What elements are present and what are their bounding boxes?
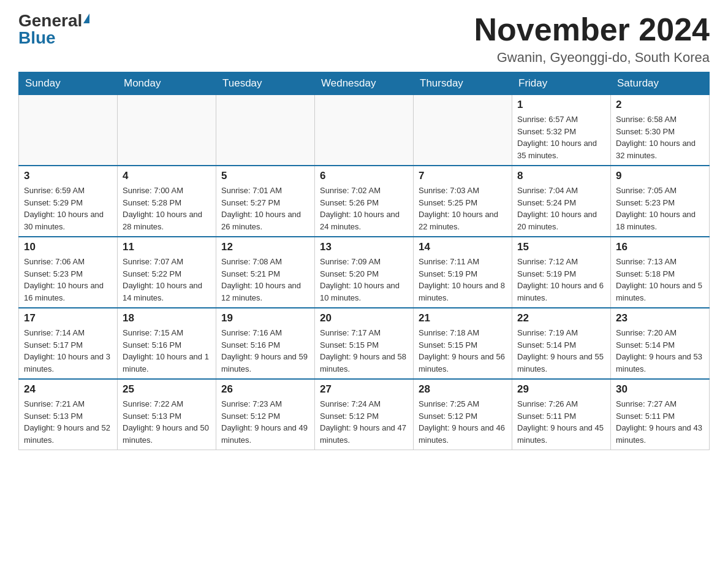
calendar-cell: 25Sunrise: 7:22 AMSunset: 5:13 PMDayligh… xyxy=(118,379,216,450)
day-info: Sunrise: 7:12 AMSunset: 5:19 PMDaylight:… xyxy=(517,256,605,304)
day-number: 9 xyxy=(616,170,704,182)
day-info: Sunrise: 7:05 AMSunset: 5:23 PMDaylight:… xyxy=(616,185,704,232)
calendar-cell: 14Sunrise: 7:11 AMSunset: 5:19 PMDayligh… xyxy=(414,237,512,308)
day-info: Sunrise: 7:01 AMSunset: 5:27 PMDaylight:… xyxy=(221,185,309,232)
calendar-cell: 1Sunrise: 6:57 AMSunset: 5:32 PMDaylight… xyxy=(512,95,611,166)
calendar-week-row: 24Sunrise: 7:21 AMSunset: 5:13 PMDayligh… xyxy=(19,379,710,450)
calendar-table: SundayMondayTuesdayWednesdayThursdayFrid… xyxy=(18,72,710,450)
calendar-cell: 10Sunrise: 7:06 AMSunset: 5:23 PMDayligh… xyxy=(19,237,118,308)
day-number: 23 xyxy=(616,312,704,324)
day-info: Sunrise: 7:17 AMSunset: 5:15 PMDaylight:… xyxy=(320,327,408,375)
day-number: 10 xyxy=(24,241,112,253)
day-number: 25 xyxy=(123,383,211,396)
calendar-cell: 23Sunrise: 7:20 AMSunset: 5:14 PMDayligh… xyxy=(611,308,710,379)
weekday-header-wednesday: Wednesday xyxy=(315,72,414,95)
day-info: Sunrise: 7:23 AMSunset: 5:12 PMDaylight:… xyxy=(221,398,309,446)
location-title: Gwanin, Gyeonggi-do, South Korea xyxy=(474,50,710,66)
calendar-cell: 29Sunrise: 7:26 AMSunset: 5:11 PMDayligh… xyxy=(512,379,611,450)
calendar-cell: 2Sunrise: 6:58 AMSunset: 5:30 PMDaylight… xyxy=(611,95,710,166)
day-number: 29 xyxy=(517,383,605,396)
day-info: Sunrise: 7:27 AMSunset: 5:11 PMDaylight:… xyxy=(616,398,704,446)
day-number: 4 xyxy=(123,170,211,182)
day-info: Sunrise: 7:00 AMSunset: 5:28 PMDaylight:… xyxy=(123,185,211,232)
calendar-cell: 17Sunrise: 7:14 AMSunset: 5:17 PMDayligh… xyxy=(19,308,118,379)
weekday-header-thursday: Thursday xyxy=(414,72,512,95)
day-info: Sunrise: 7:19 AMSunset: 5:14 PMDaylight:… xyxy=(517,327,605,375)
logo-general-text: General xyxy=(18,12,82,29)
day-info: Sunrise: 7:03 AMSunset: 5:25 PMDaylight:… xyxy=(419,185,507,232)
day-info: Sunrise: 6:58 AMSunset: 5:30 PMDaylight:… xyxy=(616,113,704,161)
day-info: Sunrise: 7:24 AMSunset: 5:12 PMDaylight:… xyxy=(320,398,408,446)
logo-triangle-icon xyxy=(83,13,89,23)
day-info: Sunrise: 7:09 AMSunset: 5:20 PMDaylight:… xyxy=(320,256,408,304)
calendar-cell: 8Sunrise: 7:04 AMSunset: 5:24 PMDaylight… xyxy=(512,166,611,237)
calendar-cell: 27Sunrise: 7:24 AMSunset: 5:12 PMDayligh… xyxy=(315,379,414,450)
title-section: November 2024 Gwanin, Gyeonggi-do, South… xyxy=(474,12,710,66)
calendar-cell: 19Sunrise: 7:16 AMSunset: 5:16 PMDayligh… xyxy=(216,308,315,379)
calendar-week-row: 10Sunrise: 7:06 AMSunset: 5:23 PMDayligh… xyxy=(19,237,710,308)
calendar-cell: 26Sunrise: 7:23 AMSunset: 5:12 PMDayligh… xyxy=(216,379,315,450)
day-number: 19 xyxy=(221,312,309,324)
calendar-cell xyxy=(216,95,315,166)
day-number: 5 xyxy=(221,170,309,182)
weekday-header-sunday: Sunday xyxy=(19,72,118,95)
day-number: 12 xyxy=(221,241,309,253)
weekday-header-row: SundayMondayTuesdayWednesdayThursdayFrid… xyxy=(19,72,710,95)
day-number: 14 xyxy=(419,241,507,253)
calendar-cell: 28Sunrise: 7:25 AMSunset: 5:12 PMDayligh… xyxy=(414,379,512,450)
calendar-cell xyxy=(19,95,118,166)
day-number: 11 xyxy=(123,241,211,253)
day-number: 6 xyxy=(320,170,408,182)
day-number: 30 xyxy=(616,383,704,396)
day-number: 22 xyxy=(517,312,605,324)
calendar-week-row: 3Sunrise: 6:59 AMSunset: 5:29 PMDaylight… xyxy=(19,166,710,237)
day-number: 26 xyxy=(221,383,309,396)
calendar-cell: 18Sunrise: 7:15 AMSunset: 5:16 PMDayligh… xyxy=(118,308,216,379)
calendar-cell: 22Sunrise: 7:19 AMSunset: 5:14 PMDayligh… xyxy=(512,308,611,379)
calendar-cell: 21Sunrise: 7:18 AMSunset: 5:15 PMDayligh… xyxy=(414,308,512,379)
calendar-cell: 11Sunrise: 7:07 AMSunset: 5:22 PMDayligh… xyxy=(118,237,216,308)
day-number: 20 xyxy=(320,312,408,324)
day-number: 17 xyxy=(24,312,112,324)
day-info: Sunrise: 7:04 AMSunset: 5:24 PMDaylight:… xyxy=(517,185,605,232)
day-info: Sunrise: 7:13 AMSunset: 5:18 PMDaylight:… xyxy=(616,256,704,304)
day-info: Sunrise: 7:18 AMSunset: 5:15 PMDaylight:… xyxy=(419,327,507,375)
day-info: Sunrise: 6:59 AMSunset: 5:29 PMDaylight:… xyxy=(24,185,112,232)
day-info: Sunrise: 7:06 AMSunset: 5:23 PMDaylight:… xyxy=(24,256,112,304)
day-info: Sunrise: 7:07 AMSunset: 5:22 PMDaylight:… xyxy=(123,256,211,304)
calendar-cell: 7Sunrise: 7:03 AMSunset: 5:25 PMDaylight… xyxy=(414,166,512,237)
day-number: 15 xyxy=(517,241,605,253)
day-number: 21 xyxy=(419,312,507,324)
weekday-header-friday: Friday xyxy=(512,72,611,95)
logo-blue-text: Blue xyxy=(18,29,56,47)
calendar-cell: 30Sunrise: 7:27 AMSunset: 5:11 PMDayligh… xyxy=(611,379,710,450)
day-info: Sunrise: 7:15 AMSunset: 5:16 PMDaylight:… xyxy=(123,327,211,375)
day-info: Sunrise: 7:20 AMSunset: 5:14 PMDaylight:… xyxy=(616,327,704,375)
calendar-cell: 24Sunrise: 7:21 AMSunset: 5:13 PMDayligh… xyxy=(19,379,118,450)
calendar-cell xyxy=(118,95,216,166)
day-number: 2 xyxy=(616,99,704,111)
day-info: Sunrise: 7:16 AMSunset: 5:16 PMDaylight:… xyxy=(221,327,309,375)
day-info: Sunrise: 7:11 AMSunset: 5:19 PMDaylight:… xyxy=(419,256,507,304)
calendar-cell: 20Sunrise: 7:17 AMSunset: 5:15 PMDayligh… xyxy=(315,308,414,379)
day-number: 13 xyxy=(320,241,408,253)
day-info: Sunrise: 7:21 AMSunset: 5:13 PMDaylight:… xyxy=(24,398,112,446)
calendar-cell: 13Sunrise: 7:09 AMSunset: 5:20 PMDayligh… xyxy=(315,237,414,308)
day-number: 28 xyxy=(419,383,507,396)
day-number: 8 xyxy=(517,170,605,182)
day-number: 24 xyxy=(24,383,112,396)
calendar-cell: 4Sunrise: 7:00 AMSunset: 5:28 PMDaylight… xyxy=(118,166,216,237)
calendar-week-row: 1Sunrise: 6:57 AMSunset: 5:32 PMDaylight… xyxy=(19,95,710,166)
calendar-cell: 9Sunrise: 7:05 AMSunset: 5:23 PMDaylight… xyxy=(611,166,710,237)
day-number: 3 xyxy=(24,170,112,182)
calendar-cell: 12Sunrise: 7:08 AMSunset: 5:21 PMDayligh… xyxy=(216,237,315,308)
day-info: Sunrise: 7:26 AMSunset: 5:11 PMDaylight:… xyxy=(517,398,605,446)
day-number: 16 xyxy=(616,241,704,253)
day-info: Sunrise: 6:57 AMSunset: 5:32 PMDaylight:… xyxy=(517,113,605,161)
calendar-cell xyxy=(414,95,512,166)
calendar-week-row: 17Sunrise: 7:14 AMSunset: 5:17 PMDayligh… xyxy=(19,308,710,379)
calendar-cell: 6Sunrise: 7:02 AMSunset: 5:26 PMDaylight… xyxy=(315,166,414,237)
weekday-header-tuesday: Tuesday xyxy=(216,72,315,95)
calendar-cell: 5Sunrise: 7:01 AMSunset: 5:27 PMDaylight… xyxy=(216,166,315,237)
day-number: 7 xyxy=(419,170,507,182)
